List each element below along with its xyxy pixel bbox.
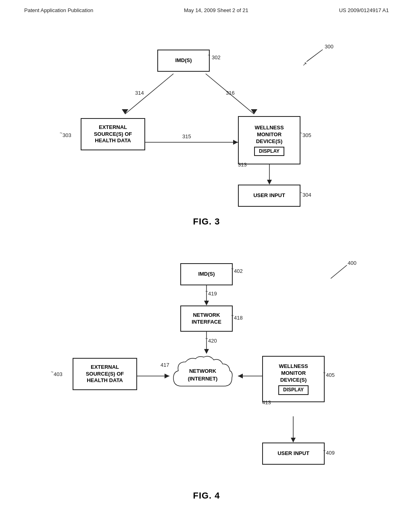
ref-313-fig3: 313 <box>238 162 247 168</box>
fig3-label: FIG. 3 <box>0 216 413 227</box>
svg-marker-9 <box>267 180 272 185</box>
fig4-label: FIG. 4 <box>0 490 413 501</box>
svg-marker-1 <box>122 109 128 114</box>
svg-marker-21 <box>291 438 296 443</box>
svg-marker-3 <box>251 109 257 114</box>
fig3-diagram: 300 ↗ IMD(S) 302 ~ 314 316 EXTERNAL SOUR… <box>0 25 413 239</box>
ref-409: 409 <box>326 450 335 456</box>
imd-box-fig4: IMD(S) <box>180 263 233 285</box>
ref-305: 305 <box>302 132 311 138</box>
user-input-box-fig4: USER INPUT <box>262 443 325 465</box>
imd-box-fig3: IMD(S) <box>157 50 210 72</box>
ref-402: 402 <box>234 268 243 274</box>
ref-400: 400 <box>348 260 357 266</box>
svg-line-0 <box>125 74 173 114</box>
svg-marker-19 <box>238 374 243 378</box>
ref-420: 420 <box>208 338 217 344</box>
ref-314: 314 <box>135 90 144 96</box>
ref-315: 315 <box>182 133 191 139</box>
ref-302: 302 <box>212 54 221 60</box>
svg-line-22 <box>331 265 347 278</box>
external-box-fig3: EXTERNAL SOURCE(S) OF HEALTH DATA <box>81 118 145 150</box>
network-interface-box: NETWORK INTERFACE <box>180 305 233 332</box>
ref-300: 300 <box>325 44 334 50</box>
user-input-box-fig3: USER INPUT <box>238 185 300 207</box>
arrow-300: ↗ <box>302 61 307 67</box>
page-header: Patent Application Publication May 14, 2… <box>0 0 413 17</box>
ref-403: 403 <box>54 371 63 377</box>
svg-line-7 <box>307 50 323 62</box>
ref-303: 303 <box>63 132 71 138</box>
wellness-box-fig4: WELLNESS MONITOR DEVICE(S) DISPLAY <box>262 356 325 402</box>
header-right: US 2009/0124917 A1 <box>339 7 389 13</box>
ref-417: 417 <box>161 362 169 368</box>
ref-413: 413 <box>262 399 271 405</box>
svg-marker-16 <box>165 374 169 378</box>
ref-418: 418 <box>234 315 243 321</box>
patent-page: Patent Application Publication May 14, 2… <box>0 0 413 532</box>
ref-304: 304 <box>302 192 311 198</box>
wellness-box-fig3: WELLNESS MONITOR DEVICE(S) DISPLAY <box>238 116 300 164</box>
header-center: May 14, 2009 Sheet 2 of 21 <box>184 7 248 13</box>
svg-marker-11 <box>204 301 209 305</box>
ref-419: 419 <box>208 291 217 297</box>
display-box-fig4: DISPLAY <box>278 385 309 395</box>
display-box-fig3: DISPLAY <box>254 147 284 156</box>
header-left: Patent Application Publication <box>24 7 93 13</box>
ref-316: 316 <box>226 90 235 96</box>
svg-marker-6 <box>233 140 238 145</box>
external-box-fig4: EXTERNAL SOURCE(S) OF HEALTH DATA <box>73 358 137 390</box>
svg-marker-13 <box>204 349 209 354</box>
fig4-diagram: 400 IMD(S) 402 ~ 419 ~ NETWORK INTERFACE… <box>0 243 413 513</box>
ref-405: 405 <box>326 372 335 378</box>
network-internet-box: NETWORK (INTERNET) <box>169 354 236 396</box>
